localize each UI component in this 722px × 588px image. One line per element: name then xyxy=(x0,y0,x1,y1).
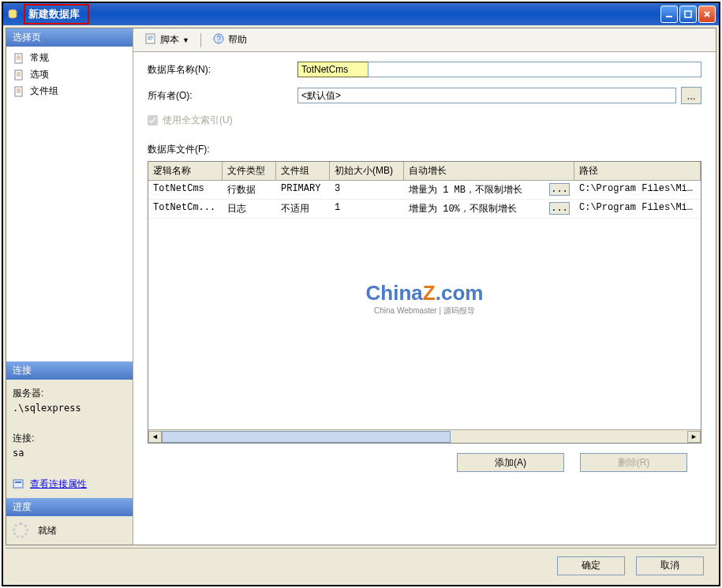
dbname-input-ext[interactable] xyxy=(368,62,701,77)
owner-input[interactable] xyxy=(297,88,676,103)
page-icon xyxy=(13,85,25,98)
scroll-thumb[interactable] xyxy=(162,431,451,443)
svg-text:?: ? xyxy=(216,35,221,43)
table-row[interactable]: TotNetCm... 日志 不适用 1 增量为 10%，不限制增长... C:… xyxy=(148,200,701,219)
add-button[interactable]: 添加(A) xyxy=(457,453,564,472)
nav-item-general[interactable]: 常规 xyxy=(9,50,129,66)
server-icon xyxy=(13,478,25,490)
owner-browse-button[interactable]: ... xyxy=(681,87,701,104)
remove-button: 删除(R) xyxy=(580,453,687,472)
dbname-input[interactable] xyxy=(297,62,368,77)
database-icon xyxy=(6,8,19,21)
fulltext-checkbox xyxy=(148,115,158,125)
toolbar: 脚本 ▼ ? 帮助 xyxy=(133,28,716,52)
page-icon xyxy=(13,69,25,81)
files-label: 数据库文件(F): xyxy=(148,143,701,156)
progress-status: 就绪 xyxy=(38,524,57,537)
svg-rect-4 xyxy=(15,70,22,80)
close-button[interactable] xyxy=(698,6,716,23)
separator xyxy=(200,33,201,47)
titlebar[interactable]: 新建数据库 xyxy=(3,3,719,25)
fulltext-label: 使用全文索引(U) xyxy=(163,114,233,127)
script-button[interactable]: 脚本 ▼ xyxy=(140,31,194,49)
conn-label: 连接: xyxy=(13,431,126,446)
col-path[interactable]: 路径 xyxy=(574,162,701,180)
col-autogrowth[interactable]: 自动增长 xyxy=(404,162,574,180)
col-file-type[interactable]: 文件类型 xyxy=(223,162,276,180)
server-value: .\sqlexpress xyxy=(13,401,126,416)
nav-label: 选项 xyxy=(30,68,49,81)
nav-item-options[interactable]: 选项 xyxy=(9,66,129,83)
owner-label: 所有者(O): xyxy=(148,89,297,103)
chevron-down-icon: ▼ xyxy=(182,36,189,44)
scroll-right-icon[interactable]: ► xyxy=(687,431,701,443)
server-label: 服务器: xyxy=(13,386,126,401)
spinner-icon xyxy=(13,522,28,538)
svg-rect-2 xyxy=(685,11,691,17)
select-page-header: 选择页 xyxy=(6,28,133,47)
svg-rect-5 xyxy=(15,87,22,96)
col-initial-size[interactable]: 初始大小(MB) xyxy=(330,162,404,180)
growth-browse-button[interactable]: ... xyxy=(549,202,570,215)
svg-rect-6 xyxy=(13,480,23,488)
files-grid[interactable]: 逻辑名称 文件类型 文件组 初始大小(MB) 自动增长 路径 TotNetCms… xyxy=(148,161,701,444)
nav-item-filegroups[interactable]: 文件组 xyxy=(9,83,129,99)
conn-value: sa xyxy=(13,446,126,461)
nav-label: 常规 xyxy=(30,51,49,65)
script-icon xyxy=(144,32,157,47)
growth-browse-button[interactable]: ... xyxy=(549,183,570,196)
ok-button[interactable]: 确定 xyxy=(557,556,625,575)
col-filegroup[interactable]: 文件组 xyxy=(276,162,330,180)
svg-rect-3 xyxy=(15,54,22,63)
help-button[interactable]: ? 帮助 xyxy=(208,31,252,49)
dbname-label: 数据库名称(N): xyxy=(148,63,297,77)
scroll-left-icon[interactable]: ◄ xyxy=(148,431,162,443)
progress-header: 进度 xyxy=(6,498,133,516)
connection-header: 连接 xyxy=(6,361,133,380)
cancel-button[interactable]: 取消 xyxy=(636,556,704,575)
help-icon: ? xyxy=(212,32,225,47)
nav-label: 文件组 xyxy=(30,84,58,98)
watermark: ChinaZ.com China Webmaster | 源码报导 xyxy=(366,281,484,316)
view-connection-link[interactable]: 查看连接属性 xyxy=(30,477,87,492)
window-title: 新建数据库 xyxy=(24,4,89,24)
svg-rect-8 xyxy=(146,34,155,43)
table-row[interactable]: TotNetCms 行数据 PRIMARY 3 增量为 1 MB，不限制增长..… xyxy=(148,181,701,200)
maximize-button[interactable] xyxy=(679,6,697,23)
col-logical-name[interactable]: 逻辑名称 xyxy=(148,162,223,180)
svg-rect-1 xyxy=(666,16,672,17)
page-icon xyxy=(13,52,25,65)
horizontal-scrollbar[interactable]: ◄ ► xyxy=(148,429,701,443)
minimize-button[interactable] xyxy=(660,6,678,23)
svg-rect-7 xyxy=(15,481,21,483)
